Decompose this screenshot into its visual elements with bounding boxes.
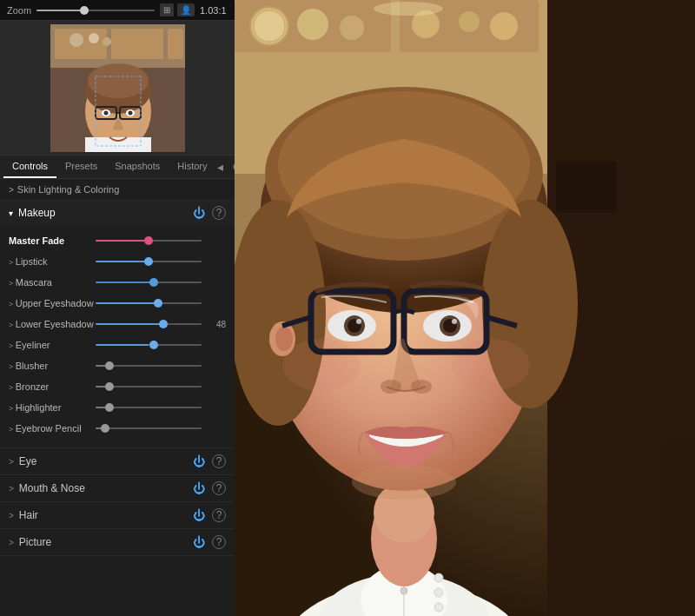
eyeliner-slider[interactable]: [96, 344, 202, 346]
bronzer-slider[interactable]: [96, 386, 202, 387]
lower-eyeshadow-slider[interactable]: [96, 323, 202, 325]
master-fade-slider[interactable]: [96, 240, 202, 242]
upper-eyeshadow-track: [96, 296, 202, 310]
svg-point-34: [340, 16, 364, 40]
svg-point-55: [282, 339, 361, 391]
upper-eyeshadow-slider[interactable]: [96, 302, 202, 304]
svg-point-69: [381, 380, 401, 394]
section-mouth-nose[interactable]: > Mouth & Nose ⏻ ?: [0, 475, 235, 502]
svg-point-6: [70, 33, 83, 47]
slider-row-master-fade: Master Fade: [9, 232, 226, 249]
back-icon-btn[interactable]: ◂: [215, 158, 225, 176]
slider-row-lower-eyeshadow: Lower Eyeshadow 48: [9, 315, 226, 333]
section-eye[interactable]: > Eye ⏻ ?: [0, 448, 235, 475]
makeup-controls: Master Fade Lipstick Mascara: [0, 225, 235, 447]
makeup-header-icons: ⏻ ?: [193, 206, 226, 220]
svg-point-19: [128, 111, 132, 116]
upper-eyeshadow-label: Upper Eyeshadow: [9, 298, 96, 308]
svg-rect-12: [85, 137, 151, 152]
zoom-slider-container: [36, 10, 155, 11]
svg-rect-4: [111, 29, 163, 59]
svg-point-54: [275, 327, 293, 351]
skin-lighting-label: Skin Lighting & Coloring: [17, 184, 119, 195]
eyebrow-pencil-label: Eyebrow Pencil: [9, 423, 96, 434]
thumbnail-svg: [50, 24, 185, 152]
controls-scroll[interactable]: Skin Lighting & Coloring ▾ Makeup ⏻ ? Ma…: [0, 179, 235, 616]
lipstick-label: Lipstick: [9, 256, 96, 267]
makeup-arrow-icon: ▾: [9, 209, 13, 218]
lipstick-slider[interactable]: [96, 261, 202, 262]
highlighter-slider[interactable]: [96, 407, 202, 408]
section-hair[interactable]: > Hair ⏻ ?: [0, 502, 235, 529]
svg-point-56: [452, 339, 530, 391]
tab-snapshots[interactable]: Snapshots: [106, 156, 169, 178]
hair-label: Hair: [19, 509, 193, 521]
mouth-nose-label: Mouth & Nose: [19, 482, 193, 494]
photo-main: [235, 0, 695, 616]
svg-point-73: [434, 588, 443, 597]
hair-icons: ⏻ ?: [193, 508, 226, 522]
eye-power-icon[interactable]: ⏻: [193, 454, 205, 468]
picture-help-icon[interactable]: ?: [212, 535, 226, 549]
svg-point-71: [352, 465, 456, 500]
person-icon-btn[interactable]: 👤: [177, 3, 195, 17]
svg-rect-5: [168, 29, 183, 59]
svg-point-44: [400, 587, 407, 594]
svg-point-36: [459, 11, 480, 32]
eye-arrow-icon: >: [9, 457, 14, 467]
slider-row-blusher: Blusher: [9, 357, 226, 374]
hair-help-icon[interactable]: ?: [212, 508, 226, 522]
master-fade-track: [96, 234, 202, 248]
bronzer-label: Bronzer: [9, 381, 96, 392]
zoom-area: Zoom ⊞ 👤 1.03:1: [0, 0, 235, 21]
svg-point-70: [411, 380, 432, 394]
picture-arrow-icon: >: [9, 538, 14, 547]
makeup-title: Makeup: [18, 207, 193, 219]
svg-point-68: [452, 319, 457, 324]
svg-point-8: [103, 37, 111, 46]
blusher-slider[interactable]: [96, 365, 202, 367]
slider-row-lipstick: Lipstick: [9, 253, 226, 270]
picture-label: Picture: [19, 536, 193, 548]
tabs-bar: Controls Presets Snapshots History ◂ ↺: [0, 156, 235, 179]
svg-point-72: [434, 573, 443, 582]
hair-power-icon[interactable]: ⏻: [193, 508, 205, 522]
svg-point-64: [356, 319, 361, 324]
tab-presets[interactable]: Presets: [56, 156, 106, 178]
makeup-section: ▾ Makeup ⏻ ? Master Fade Lip: [0, 201, 235, 448]
eyebrow-pencil-slider[interactable]: [96, 427, 202, 429]
mouth-nose-arrow-icon: >: [9, 484, 14, 493]
tab-history[interactable]: History: [169, 156, 215, 178]
tabs-left: Controls Presets Snapshots History: [3, 156, 215, 178]
mouth-nose-help-icon[interactable]: ?: [212, 481, 226, 495]
zoom-slider[interactable]: [36, 10, 155, 11]
blusher-track: [96, 359, 202, 373]
svg-point-33: [297, 9, 328, 40]
mascara-track: [96, 275, 202, 289]
section-picture[interactable]: > Picture ⏻ ?: [0, 529, 235, 556]
svg-point-74: [434, 603, 443, 612]
picture-power-icon[interactable]: ⏻: [193, 535, 205, 549]
lower-eyeshadow-label: Lower Eyeshadow: [9, 319, 96, 329]
svg-point-11: [88, 63, 149, 98]
eye-help-icon[interactable]: ?: [212, 454, 226, 468]
svg-point-38: [374, 2, 443, 16]
section-skin-lighting[interactable]: Skin Lighting & Coloring: [0, 179, 235, 201]
mascara-slider[interactable]: [96, 282, 202, 283]
fit-icon-btn[interactable]: ⊞: [160, 3, 174, 17]
master-fade-label: Master Fade: [9, 235, 96, 246]
makeup-power-icon[interactable]: ⏻: [193, 206, 205, 220]
left-panel: Zoom ⊞ 👤 1.03:1: [0, 0, 235, 616]
eyeliner-track: [96, 338, 202, 352]
mascara-label: Mascara: [9, 277, 96, 288]
zoom-icons: ⊞ 👤: [160, 3, 195, 17]
svg-rect-26: [556, 161, 617, 213]
makeup-header[interactable]: ▾ Makeup ⏻ ?: [0, 201, 235, 225]
makeup-help-icon[interactable]: ?: [212, 206, 226, 220]
blusher-label: Blusher: [9, 361, 96, 371]
eye-icons: ⏻ ?: [193, 454, 226, 468]
mouth-nose-power-icon[interactable]: ⏻: [193, 481, 205, 495]
lower-eyeshadow-track: [96, 317, 202, 331]
tab-controls[interactable]: Controls: [3, 156, 56, 178]
thumbnail-image: [50, 24, 185, 152]
